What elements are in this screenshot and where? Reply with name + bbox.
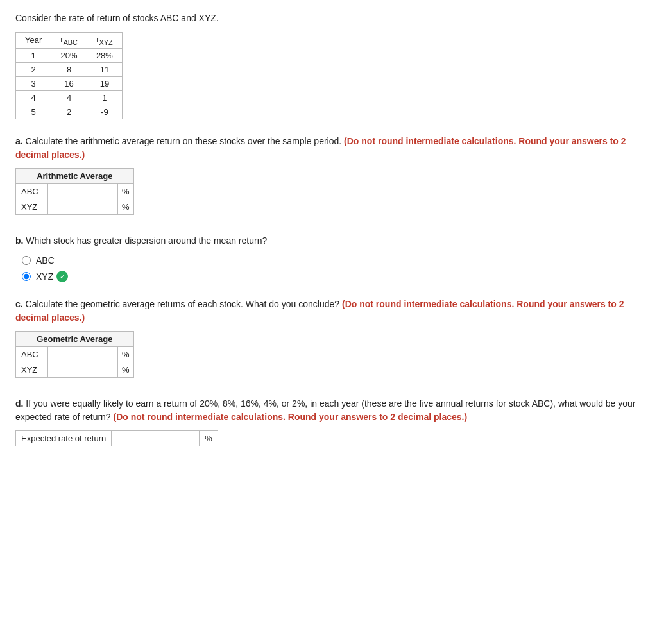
data-cell-4-2: 1 (87, 90, 122, 105)
expected-return-pct: % (200, 430, 218, 446)
radio-xyz[interactable] (22, 272, 31, 281)
radio-xyz-option[interactable]: XYZ ✓ (22, 271, 642, 282)
section-a-label: a. Calculate the arithmetic average retu… (15, 135, 642, 162)
expected-return-input-cell (112, 430, 200, 446)
section-b-label: b. Which stock has greater dispersion ar… (15, 234, 642, 248)
data-cell-3-0: 3 (16, 76, 51, 90)
geometric-xyz-input-cell (48, 362, 118, 377)
radio-abc[interactable] (22, 256, 31, 265)
arithmetic-xyz-input[interactable] (51, 201, 115, 213)
data-row-4: 441 (16, 90, 123, 105)
radio-abc-option[interactable]: ABC (22, 255, 642, 266)
geometric-avg-table: Geometric Average ABC % XYZ % (15, 331, 134, 378)
data-cell-5-2: -9 (87, 105, 122, 119)
geometric-abc-row: ABC % (16, 346, 134, 362)
section-a: a. Calculate the arithmetic average retu… (15, 135, 642, 215)
arithmetic-avg-table: Arithmetic Average ABC % XYZ % (15, 168, 134, 215)
expected-return-row: Expected rate of return % (16, 430, 218, 446)
expected-return-input[interactable] (117, 434, 194, 443)
arithmetic-abc-input-cell (48, 183, 118, 199)
data-cell-1-1: 20% (51, 48, 87, 62)
data-section: Year rABC rXYZ 120%28%28113161944152-9 (15, 32, 642, 119)
radio-xyz-label: XYZ (36, 271, 53, 282)
arithmetic-xyz-row: XYZ % (16, 199, 134, 214)
arithmetic-xyz-label: XYZ (16, 199, 48, 214)
data-cell-5-0: 5 (16, 105, 51, 119)
xyz-correct-icon: ✓ (56, 271, 68, 282)
section-d: d. If you were equally likely to earn a … (15, 397, 642, 446)
dispersion-radio-group: ABC XYZ ✓ (22, 255, 642, 282)
geometric-abc-input-cell (48, 346, 118, 362)
col-year: Year (16, 33, 51, 49)
geometric-xyz-pct: % (118, 362, 134, 377)
arithmetic-abc-row: ABC % (16, 183, 134, 199)
data-cell-5-1: 2 (51, 105, 87, 119)
data-cell-3-1: 16 (51, 76, 87, 90)
col-abc: rABC (51, 33, 87, 49)
expected-return-label: Expected rate of return (16, 430, 112, 446)
arithmetic-avg-header: Arithmetic Average (16, 168, 134, 183)
data-cell-1-0: 1 (16, 48, 51, 62)
data-cell-3-2: 19 (87, 76, 122, 90)
section-b: b. Which stock has greater dispersion ar… (15, 234, 642, 282)
data-row-1: 120%28% (16, 48, 123, 62)
intro-text: Consider the rate of return of stocks AB… (15, 13, 642, 23)
geometric-abc-input[interactable] (51, 348, 115, 360)
section-c: c. Calculate the geometric average retur… (15, 298, 642, 378)
data-cell-1-2: 28% (87, 48, 122, 62)
section-d-label: d. If you were equally likely to earn a … (15, 397, 642, 424)
data-cell-4-1: 4 (51, 90, 87, 105)
data-cell-4-0: 4 (16, 90, 51, 105)
geometric-abc-pct: % (118, 346, 134, 362)
geometric-xyz-input[interactable] (51, 364, 115, 376)
data-row-2: 2811 (16, 62, 123, 76)
geometric-abc-label: ABC (16, 346, 48, 362)
arithmetic-abc-input[interactable] (51, 185, 115, 198)
data-row-5: 52-9 (16, 105, 123, 119)
expected-return-table: Expected rate of return % (15, 430, 218, 446)
geometric-avg-header: Geometric Average (16, 331, 134, 346)
radio-abc-label: ABC (36, 255, 55, 266)
data-cell-2-2: 11 (87, 62, 122, 76)
geometric-xyz-label: XYZ (16, 362, 48, 377)
col-xyz: rXYZ (87, 33, 122, 49)
arithmetic-abc-label: ABC (16, 183, 48, 199)
geometric-xyz-row: XYZ % (16, 362, 134, 377)
arithmetic-abc-pct: % (118, 183, 134, 199)
arithmetic-xyz-pct: % (118, 199, 134, 214)
section-c-label: c. Calculate the geometric average retur… (15, 298, 642, 325)
data-cell-2-0: 2 (16, 62, 51, 76)
data-table: Year rABC rXYZ 120%28%28113161944152-9 (15, 32, 123, 119)
arithmetic-xyz-input-cell (48, 199, 118, 214)
data-cell-2-1: 8 (51, 62, 87, 76)
data-row-3: 31619 (16, 76, 123, 90)
